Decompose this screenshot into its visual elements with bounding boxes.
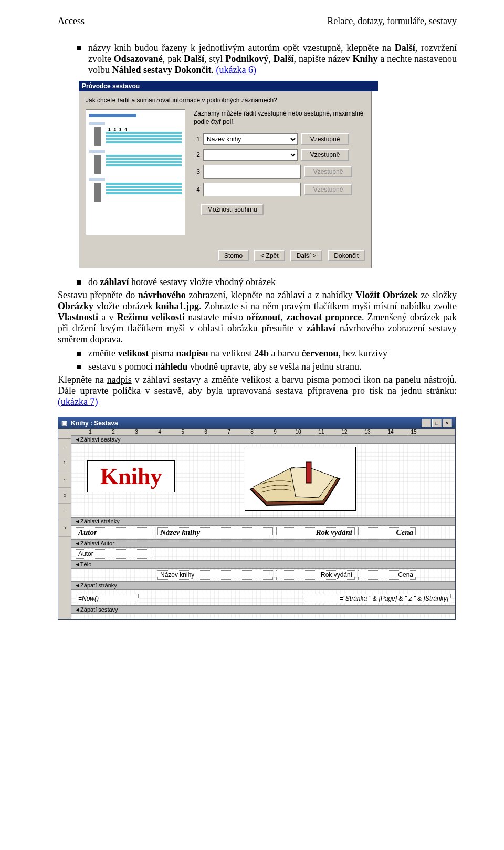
wizard-hint: Záznamy můžete řadit vzestupně nebo sest…: [194, 109, 365, 126]
col-header-cena[interactable]: Cena: [358, 527, 416, 538]
sort-field-4: [203, 183, 301, 196]
section-toggle-icon: ◄: [75, 606, 79, 613]
section-toggle-icon: ◄: [75, 436, 79, 443]
report-window-title: Knihy : Sestava: [71, 419, 118, 427]
sort-field-3: [203, 165, 301, 179]
field-autor[interactable]: Autor: [76, 549, 154, 559]
wizard-finish-button[interactable]: Dokončit: [328, 250, 365, 261]
sort-row-num-2: 2: [194, 151, 200, 159]
header-right: Relace, dotazy, formuláře, sestavy: [327, 16, 457, 27]
section-header-page-header[interactable]: ◄ Záhlaví stránky: [71, 517, 455, 526]
section-header-group-autor[interactable]: ◄ Záhlaví Autor: [71, 539, 455, 548]
sort-order-button-3: Vzestupně: [304, 166, 352, 177]
bullet-2-text: do záhlaví hotové sestavy vložte vhodný …: [88, 277, 457, 288]
footer-expr-page[interactable]: ="Stránka " & [Page] & " z " & [Stránky]: [304, 594, 451, 603]
wizard-question: Jak chcete řadit a sumarizovat informace…: [86, 97, 365, 104]
sort-order-button-1[interactable]: Vzestupně: [301, 133, 349, 145]
bullet-icon: [77, 352, 81, 356]
sort-field-1[interactable]: Název knihy: [203, 133, 298, 145]
sort-order-button-2[interactable]: Vzestupně: [301, 149, 349, 161]
section-toggle-icon: ◄: [75, 540, 79, 547]
sort-row-num-1: 1: [194, 135, 200, 143]
col-header-autor[interactable]: Autor: [76, 527, 154, 538]
wizard-back-button[interactable]: < Zpět: [254, 250, 285, 261]
paragraph-1: Sestavu přepněte do návrhového zobrazení…: [58, 290, 457, 345]
wizard-cancel-button[interactable]: Storno: [218, 250, 249, 261]
col-header-rok[interactable]: Rok vydání: [276, 527, 355, 538]
col-header-nazev[interactable]: Název knihy: [158, 527, 273, 538]
wizard-titlebar: Průvodce sestavou: [79, 81, 378, 91]
section-header-report-footer[interactable]: ◄ Zápatí sestavy: [71, 605, 455, 614]
field-nazev[interactable]: Název knihy: [158, 570, 273, 580]
sort-row-num-3: 3: [194, 168, 200, 175]
section-toggle-icon: ◄: [75, 582, 79, 589]
paragraph-2: Klepněte na nadpis v záhlaví sestavy a z…: [58, 374, 457, 407]
summary-options-button[interactable]: Možnosti souhrnu: [201, 204, 264, 215]
window-minimize-icon[interactable]: _: [422, 419, 431, 427]
report-window-icon: ▣: [61, 419, 67, 427]
section-toggle-icon: ◄: [75, 518, 79, 524]
bullet-icon: [77, 46, 81, 50]
header-left: Access: [58, 16, 85, 27]
bullet-1-text: názvy knih budou řazeny k jednotlivým au…: [88, 43, 457, 76]
sort-row-num-4: 4: [194, 186, 200, 193]
wizard-next-button[interactable]: Další >: [290, 250, 323, 261]
vertical-ruler: - 1 - 2 - 3: [58, 429, 71, 619]
svg-rect-3: [306, 462, 311, 483]
section-toggle-icon: ◄: [75, 561, 79, 568]
bullet-icon: [77, 280, 81, 285]
report-title-label[interactable]: Knihy: [87, 460, 175, 492]
bullet-4-text: sestavu s pomocí náhledu vhodně upravte,…: [88, 361, 457, 372]
bullet-3-text: změňte velikost písma nadpisu na velikos…: [88, 348, 457, 359]
book-image[interactable]: [245, 447, 356, 511]
sort-order-button-4: Vzestupně: [304, 184, 352, 195]
window-maximize-icon[interactable]: □: [432, 419, 442, 427]
section-header-page-footer[interactable]: ◄ Zápatí stránky: [71, 581, 455, 590]
wizard-preview-pane: 1 2 3 4: [86, 109, 185, 235]
horizontal-ruler: 123456789101112131415: [71, 429, 455, 435]
field-rok[interactable]: Rok vydání: [276, 570, 355, 580]
sort-field-2[interactable]: [203, 149, 298, 161]
window-close-icon[interactable]: ×: [443, 419, 452, 427]
footer-expr-now[interactable]: =Now(): [76, 594, 139, 603]
field-cena[interactable]: Cena: [358, 570, 416, 580]
section-header-report-header[interactable]: ◄ Záhlaví sestavy: [71, 435, 455, 444]
ukazka6-link[interactable]: (ukázka 6): [216, 65, 256, 75]
ukazka7-link[interactable]: (ukázka 7): [58, 396, 98, 407]
bullet-icon: [77, 365, 81, 369]
section-header-detail[interactable]: ◄ Tělo: [71, 560, 455, 569]
